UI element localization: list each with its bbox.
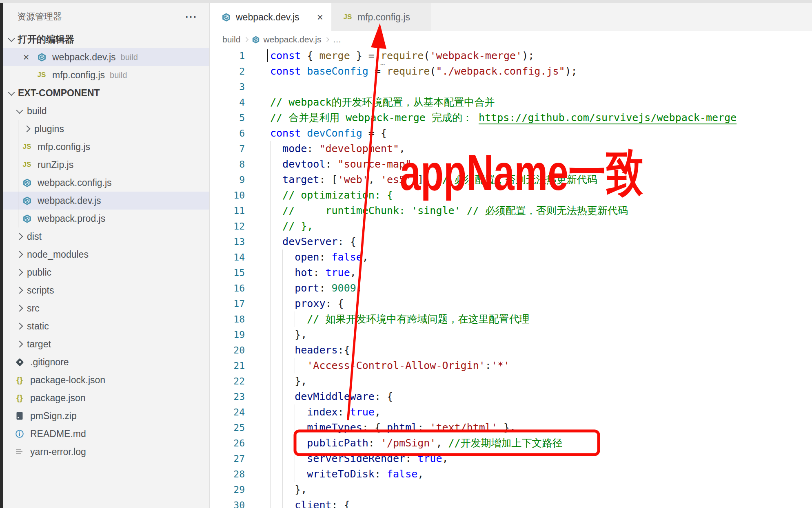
code-line-13[interactable]: 13 devServer: { (210, 234, 812, 250)
code-line-19[interactable]: 19 }, (210, 327, 812, 342)
tab-webpack.dev.js[interactable]: webpack.dev.js× (210, 3, 331, 31)
tab-mfp.config.js[interactable]: JSmfp.config.js (331, 3, 431, 31)
tree-item-static[interactable]: static (3, 317, 209, 335)
code-token: serverSideRender (307, 453, 405, 464)
tree-item-dist[interactable]: dist (3, 227, 209, 245)
code-token: require (387, 65, 430, 77)
breadcrumb-item-webpack.dev.js[interactable]: webpack.dev.js (252, 35, 321, 44)
code-token: const (270, 65, 301, 77)
tree-item-webpack.dev.js[interactable]: webpack.dev.js (3, 192, 209, 210)
code-token: true (325, 267, 350, 278)
code-token: // 必须配置，否则无法热更新代码 (436, 174, 597, 186)
tree-item-README.md[interactable]: README.md (3, 425, 209, 443)
tree-item-mfp.config.js[interactable]: JSmfp.config.js (3, 138, 209, 156)
open-editor-item-mfp.config.js[interactable]: ×JSmfp.config.jsbuild (3, 66, 209, 84)
code-token: : (307, 143, 319, 155)
code-line-29[interactable]: 29 }, (210, 482, 812, 497)
tree-item-package.json[interactable]: {}package.json (3, 389, 209, 407)
code-line-1[interactable]: 1const { merge } = require('webpack-merg… (210, 48, 812, 64)
code-line-5[interactable]: 5// 合并是利用 webpack-merge 完成的： https://git… (210, 110, 812, 126)
tree-item-webpack.config.js[interactable]: webpack.config.js (3, 174, 209, 192)
indent-guide (282, 265, 283, 281)
code-line-10[interactable]: 10 // optimization: { (210, 188, 812, 203)
code-line-content: hot: true, (270, 265, 356, 281)
open-editors-section-header[interactable]: 打开的编辑器 (3, 30, 209, 48)
chevron-down-icon (8, 89, 15, 96)
project-section-header[interactable]: EXT-COMPONENT (3, 84, 209, 102)
log-file-icon (15, 447, 24, 457)
open-editor-item-webpack.dev.js[interactable]: ×webpack.dev.jsbuild (3, 48, 209, 66)
code-token: ); (522, 50, 534, 62)
code-line-8[interactable]: 8 devtool: "source-map", (210, 157, 812, 172)
code-line-6[interactable]: 6const devConfig = { (210, 126, 812, 141)
open-editor-label: webpack.dev.js (52, 52, 116, 63)
code-line-27[interactable]: 27 serverSideRender: true, (210, 451, 812, 466)
line-number: 11 (210, 203, 245, 219)
chevron-right-icon (16, 269, 23, 276)
tree-item-package-lock.json[interactable]: {}package-lock.json (3, 371, 209, 389)
code-line-28[interactable]: 28 writeToDisk: false, (210, 466, 812, 482)
tree-folder-label: plugins (34, 124, 64, 135)
tree-item-node_modules[interactable]: node_modules (3, 245, 209, 263)
close-icon[interactable]: × (311, 11, 323, 24)
code-token: merge (319, 50, 350, 62)
code-line-content: headers:{ (270, 342, 350, 358)
code-line-24[interactable]: 24 index: true, (210, 404, 812, 420)
line-number: 10 (210, 188, 245, 203)
breadcrumb-item-build[interactable]: build (222, 35, 240, 44)
code-line-12[interactable]: 12 // }, (210, 219, 812, 234)
code-token: open (295, 251, 319, 263)
code-line-15[interactable]: 15 hot: true, (210, 265, 812, 281)
code-line-30[interactable]: 30 client: { (210, 497, 812, 508)
tree-item-runZip.js[interactable]: JSrunZip.js (3, 156, 209, 174)
code-editor[interactable]: 1const { merge } = require('webpack-merg… (210, 48, 812, 508)
line-number: 16 (210, 281, 245, 296)
code-link[interactable]: https://github.com/survivejs/webpack-mer… (479, 112, 737, 124)
breadcrumb-item-…[interactable]: … (333, 35, 341, 44)
tree-item-yarn-error.log[interactable]: yarn-error.log (3, 443, 209, 461)
line-number: 9 (210, 172, 245, 188)
code-token: '*' (491, 360, 510, 371)
tree-item-src[interactable]: src (3, 299, 209, 317)
code-token: : { (325, 298, 344, 309)
tree-item-build[interactable]: build (3, 102, 209, 120)
code-token: , (356, 282, 362, 294)
code-line-14[interactable]: 14 open: false, (210, 250, 812, 265)
code-token: 'es5' (381, 174, 411, 186)
indent-guide (270, 188, 271, 203)
code-token (270, 205, 282, 216)
code-line-22[interactable]: 22 }, (210, 373, 812, 389)
tree-item-target[interactable]: target (3, 335, 209, 353)
tree-item-webpack.prod.js[interactable]: webpack.prod.js (3, 210, 209, 227)
tree-item-scripts[interactable]: scripts (3, 281, 209, 299)
code-line-2[interactable]: 2const baseConfig = require("./webpack.c… (210, 64, 812, 79)
code-line-7[interactable]: 7 mode: "development", (210, 141, 812, 157)
code-line-18[interactable]: 18 // 如果开发环境中有跨域问题，在这里配置代理 (210, 311, 812, 327)
code-token: : { (362, 422, 387, 433)
code-line-11[interactable]: 11 // runtimeChunk: 'single' // 必须配置，否则无… (210, 203, 812, 219)
code-line-26[interactable]: 26 publicPath: '/pmSign', //开发期增加上下文路径 (210, 435, 812, 451)
tree-item-public[interactable]: public (3, 263, 209, 281)
webpack-icon (22, 214, 32, 223)
code-line-9[interactable]: 9 target: ['web', 'es5' ], // 必须配置，否则无法热… (210, 172, 812, 188)
code-line-25[interactable]: 25 mimeTypes: { phtml: 'text/html' }, (210, 420, 812, 435)
code-line-17[interactable]: 17 proxy: { (210, 296, 812, 311)
tree-item-pmSign.zip[interactable]: pmSign.zip (3, 407, 209, 425)
code-line-3[interactable]: 3 (210, 79, 812, 95)
code-line-21[interactable]: 21 'Access-Control-Allow-Origin':'*' (210, 358, 812, 373)
code-line-16[interactable]: 16 port: 9009, (210, 281, 812, 296)
indent-guide (295, 311, 295, 327)
code-line-23[interactable]: 23 devMiddleware: { (210, 389, 812, 404)
tree-file-label: package-lock.json (30, 375, 105, 386)
tree-item-plugins[interactable]: plugins (3, 120, 209, 138)
tab-label: webpack.dev.js (236, 12, 300, 23)
code-line-4[interactable]: 4// webpack的开发环境配置，从基本配置中合并 (210, 95, 812, 110)
code-token: publicPath (307, 437, 368, 449)
code-token: // webpack的开发环境配置，从基本配置中合并 (270, 96, 495, 108)
tree-item-.gitignore[interactable]: .gitignore (3, 353, 209, 371)
more-actions-icon[interactable]: ⋯ (185, 13, 198, 21)
code-line-20[interactable]: 20 headers:{ (210, 342, 812, 358)
code-token (270, 360, 307, 371)
close-icon[interactable]: × (21, 51, 31, 64)
line-number: 14 (210, 250, 245, 265)
